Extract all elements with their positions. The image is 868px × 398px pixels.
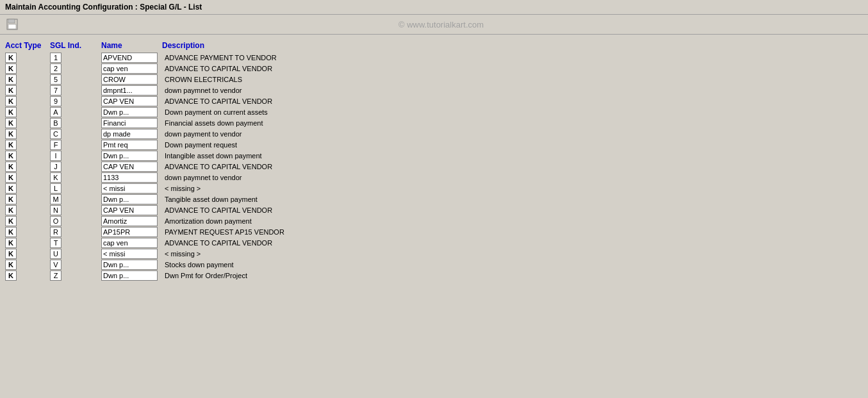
cell-description: PAYMENT REQUEST AP15 VENDOR (162, 228, 316, 236)
cell-acct-type: K (5, 238, 50, 248)
window-title: Maintain Accounting Configuration : Spec… (5, 3, 202, 12)
table-row[interactable]: K I Dwn p... Intangible asset down payme… (5, 151, 863, 161)
save-icon[interactable] (5, 17, 19, 31)
table-row[interactable]: K 7 dmpnt1... down paymnet to vendor (5, 85, 863, 95)
main-content: Acct Type SGL Ind. Name Description K 1 … (0, 35, 868, 286)
acct-type-value: K (5, 194, 17, 204)
cell-sgl-ind: 1 (50, 53, 101, 63)
table-row[interactable]: K V Dwn p... Stocks down payment (5, 260, 863, 270)
table-row[interactable]: K T cap ven ADVANCE TO CAPITAL VENDOR (5, 238, 863, 248)
name-value[interactable]: < missi (101, 183, 158, 194)
col-header-name: Name (101, 41, 162, 50)
acct-type-value: K (5, 140, 17, 150)
name-value[interactable]: APVEND (101, 53, 158, 63)
cell-description: ADVANCE TO CAPITAL VENDOR (162, 97, 316, 106)
cell-sgl-ind: 7 (50, 85, 101, 95)
cell-sgl-ind: K (50, 172, 101, 183)
name-value[interactable]: Dwn p... (101, 107, 158, 117)
cell-name: CAP VEN (101, 205, 162, 215)
acct-type-value: K (5, 183, 17, 194)
sgl-ind-value: I (50, 151, 61, 161)
cell-name: Pmt req (101, 140, 162, 150)
table-row[interactable]: K C dp made down payment to vendor (5, 129, 863, 139)
name-value[interactable]: CAP VEN (101, 162, 158, 172)
cell-acct-type: K (5, 85, 50, 95)
cell-description: < missing > (162, 249, 316, 258)
sgl-ind-value: O (50, 216, 61, 226)
cell-name: cap ven (101, 238, 162, 248)
name-value[interactable]: cap ven (101, 63, 158, 74)
acct-type-value: K (5, 249, 17, 259)
description-value: ADVANCE TO CAPITAL VENDOR (162, 206, 272, 214)
sgl-ind-value: 2 (50, 63, 61, 74)
cell-sgl-ind: 2 (50, 63, 101, 74)
cell-description: Amortization down payment (162, 217, 316, 226)
name-value[interactable]: Dwn p... (101, 260, 158, 270)
name-value[interactable]: Dwn p... (101, 151, 158, 161)
name-value[interactable]: CROW (101, 74, 158, 85)
description-value: ADVANCE TO CAPITAL VENDOR (162, 163, 272, 170)
cell-acct-type: K (5, 140, 50, 150)
table-row[interactable]: K 5 CROW CROWN ELECTRICALS (5, 74, 863, 85)
table-row[interactable]: K L < missi < missing > (5, 183, 863, 194)
description-value: Tangible asset down payment (162, 195, 258, 203)
table-row[interactable]: K B Financi Financial assets down paymen… (5, 118, 863, 128)
name-value[interactable]: AP15PR (101, 227, 158, 237)
cell-acct-type: K (5, 63, 50, 74)
table-row[interactable]: K R AP15PR PAYMENT REQUEST AP15 VENDOR (5, 227, 863, 237)
cell-acct-type: K (5, 183, 50, 194)
acct-type-value: K (5, 162, 17, 172)
cell-acct-type: K (5, 216, 50, 226)
acct-type-value: K (5, 205, 17, 215)
cell-name: Dwn p... (101, 260, 162, 270)
cell-name: Dwn p... (101, 270, 162, 281)
name-value[interactable]: Dwn p... (101, 194, 158, 204)
name-value[interactable]: < missi (101, 249, 158, 259)
table-row[interactable]: K K 1133 down paymnet to vendor (5, 172, 863, 183)
table-row[interactable]: K A Dwn p... Down payment on current ass… (5, 107, 863, 117)
cell-name: Financi (101, 118, 162, 128)
name-value[interactable]: Financi (101, 118, 158, 128)
cell-name: CROW (101, 74, 162, 85)
table-row[interactable]: K 9 CAP VEN ADVANCE TO CAPITAL VENDOR (5, 96, 863, 106)
acct-type-value: K (5, 96, 17, 106)
name-value[interactable]: cap ven (101, 238, 158, 248)
sgl-ind-value: 9 (50, 96, 61, 106)
table-row[interactable]: K U < missi < missing > (5, 249, 863, 259)
description-value: Amortization down payment (162, 217, 252, 225)
svg-rect-2 (8, 24, 16, 29)
cell-description: down paymnet to vendor (162, 173, 316, 182)
sgl-ind-value: B (50, 118, 61, 128)
table-row[interactable]: K F Pmt req Down payment request (5, 140, 863, 150)
cell-sgl-ind: U (50, 249, 101, 259)
table-row[interactable]: K M Dwn p... Tangible asset down payment (5, 194, 863, 204)
name-value[interactable]: dmpnt1... (101, 85, 158, 95)
name-value[interactable]: Dwn p... (101, 270, 158, 281)
cell-acct-type: K (5, 249, 50, 259)
table-row[interactable]: K 2 cap ven ADVANCE TO CAPITAL VENDOR (5, 63, 863, 74)
cell-sgl-ind: M (50, 194, 101, 204)
table-row[interactable]: K O Amortiz Amortization down payment (5, 216, 863, 226)
table-row[interactable]: K N CAP VEN ADVANCE TO CAPITAL VENDOR (5, 205, 863, 215)
description-value: ADVANCE PAYMENT TO VENDOR (162, 54, 277, 62)
cell-description: ADVANCE TO CAPITAL VENDOR (162, 206, 316, 215)
name-value[interactable]: dp made (101, 129, 158, 139)
acct-type-value: K (5, 270, 17, 281)
name-value[interactable]: CAP VEN (101, 205, 158, 215)
name-value[interactable]: Amortiz (101, 216, 158, 226)
table-row[interactable]: K Z Dwn p... Dwn Pmt for Order/Project (5, 270, 863, 281)
cell-description: ADVANCE TO CAPITAL VENDOR (162, 64, 316, 73)
cell-acct-type: K (5, 107, 50, 117)
table-row[interactable]: K J CAP VEN ADVANCE TO CAPITAL VENDOR (5, 162, 863, 172)
name-value[interactable]: 1133 (101, 172, 158, 183)
name-value[interactable]: CAP VEN (101, 96, 158, 106)
cell-name: < missi (101, 249, 162, 259)
cell-description: ADVANCE PAYMENT TO VENDOR (162, 53, 316, 62)
cell-description: Dwn Pmt for Order/Project (162, 271, 316, 280)
sgl-ind-value: K (50, 172, 61, 183)
svg-rect-1 (8, 19, 15, 23)
description-value: Down payment request (162, 141, 237, 149)
name-value[interactable]: Pmt req (101, 140, 158, 150)
table-row[interactable]: K 1 APVEND ADVANCE PAYMENT TO VENDOR (5, 53, 863, 63)
cell-name: 1133 (101, 172, 162, 183)
